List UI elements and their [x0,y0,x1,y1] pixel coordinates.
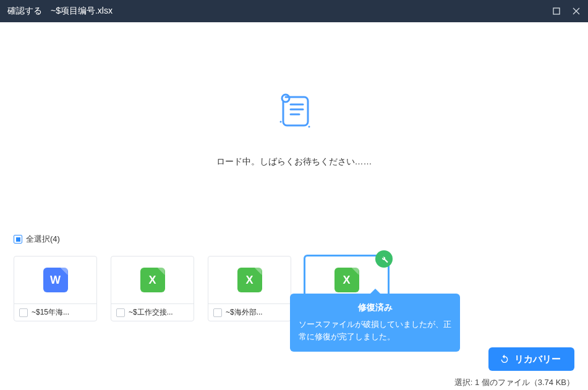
file-preview: W [14,256,96,303]
tooltip-body: ソースファイルが破損していましたが、正常に修復が完了しました。 [299,318,451,343]
select-all-checkbox[interactable] [14,235,22,244]
word-file-icon: W [43,268,68,292]
svg-rect-0 [553,8,560,14]
repair-tooltip: 修復済み ソースファイルが破損していましたが、正常に修復が完了しました。 [290,294,460,352]
file-name: ~$海外部... [226,307,286,318]
svg-point-3 [282,95,289,102]
window-filename: ~$项目编号.xlsx [51,6,113,17]
svg-point-8 [308,126,310,128]
file-name: ~$15年海... [32,307,92,318]
file-preview: X [208,256,291,303]
file-card[interactable]: W~$15年海... [14,256,97,321]
file-card-footer: ~$海外部... [208,303,291,321]
recover-button-label: リカバリー [514,354,561,365]
svg-point-7 [279,121,281,123]
bottom-bar: リカバリー 選択: 1 個のファイル（3.74 KB） [0,345,588,390]
select-all-row: 全選択(4) [14,234,574,245]
loading-zone: ロード中。しばらくお待ちください…… [14,22,574,234]
file-card[interactable]: X~$工作交接... [111,256,194,321]
maximize-button[interactable] [552,7,561,15]
recover-button[interactable]: リカバリー [488,347,574,371]
file-preview: X [111,256,194,303]
loading-text: ロード中。しばらくお待ちください…… [216,156,372,167]
excel-file-icon: X [334,268,359,292]
select-all-label: 全選択(4) [26,234,60,245]
selection-status: 選択: 1 個のファイル（3.74 KB） [454,377,574,388]
file-checkbox[interactable] [213,308,222,317]
repaired-badge-icon [375,250,393,268]
restore-icon [500,354,509,364]
excel-file-icon: X [237,268,262,292]
tooltip-title: 修復済み [299,301,451,315]
file-checkbox[interactable] [116,308,125,317]
document-scroll-icon [272,88,317,135]
excel-file-icon: X [140,268,165,292]
file-checkbox[interactable] [19,308,28,317]
file-name: ~$工作交接... [129,307,189,318]
file-card-footer: ~$工作交接... [111,303,194,321]
titlebar: 確認する ~$项目编号.xlsx [0,0,588,22]
window-title: 確認する [7,6,42,17]
file-card-footer: ~$15年海... [14,303,96,321]
file-card[interactable]: X~$海外部... [208,256,291,321]
close-button[interactable] [572,7,581,15]
